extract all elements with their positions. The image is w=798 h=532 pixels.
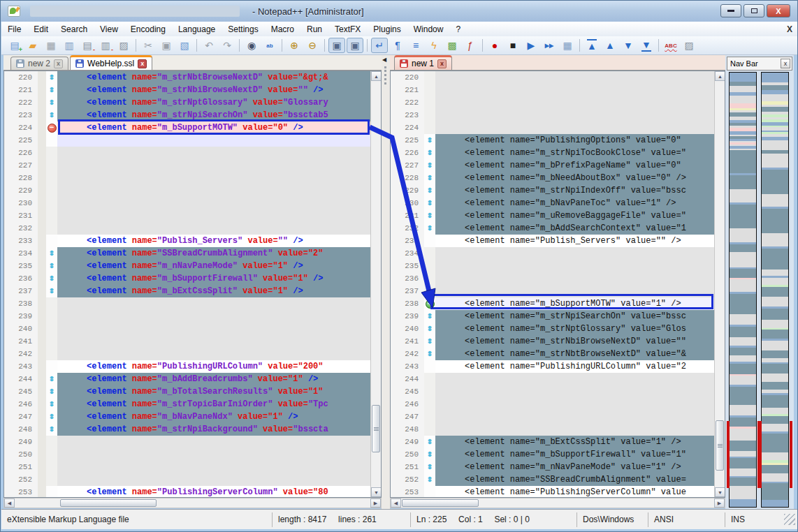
macro-save-icon[interactable]: ▦ [559,38,576,53]
menu-item-file[interactable]: File [1,23,27,36]
line-text[interactable]: <element name="PublishingURLColumn" valu… [435,360,725,373]
line-text[interactable]: <element name="m_bSupportFirewall" value… [435,448,725,461]
bookmark-margin[interactable] [38,448,46,461]
close-icon[interactable]: ▤- [79,38,96,53]
line-text[interactable] [435,285,725,297]
save-all-icon[interactable]: ▥ [61,38,78,53]
line-text[interactable]: <element name="Publish_Servers" value=""… [57,235,381,247]
bookmark-margin[interactable] [38,473,46,486]
line-text[interactable]: <element name="m_strTopicBarIniOrder" va… [57,398,381,411]
menu-item-edit[interactable]: Edit [27,23,55,36]
line-text[interactable] [57,473,381,486]
line-text[interactable] [57,134,381,147]
line-text[interactable]: <element name="m_bPrefixPageName" value=… [435,159,725,172]
line-text[interactable]: <element name="m_bNeedAboutBox" value="0… [435,172,725,184]
line-text[interactable] [57,348,381,360]
bookmark-margin[interactable] [38,159,46,172]
undo-icon[interactable]: ↶ [201,38,217,53]
line-text[interactable]: <element name="m_bAddSearchContext" valu… [435,222,725,235]
menu-item-macro[interactable]: Macro [265,23,300,36]
line-text[interactable]: <element name="m_bNavPaneNdx" value="1" … [57,411,381,423]
close-all-icon[interactable]: ▥- [97,38,114,53]
cut-icon[interactable]: ✂ [140,38,157,53]
open-folder-icon[interactable]: ▰ [24,38,41,53]
bookmark-margin[interactable] [38,285,46,297]
right-horizontal-scrollbar[interactable]: ◀ ▶ [390,498,725,508]
scroll-right-icon[interactable]: ▶ [370,498,381,508]
bookmark-margin[interactable] [38,96,46,109]
line-text[interactable] [57,461,381,473]
bookmark-margin[interactable] [38,222,46,235]
bookmark-margin[interactable] [38,385,46,398]
bookmark-margin[interactable] [38,247,46,260]
bookmark-margin[interactable] [38,486,46,498]
line-text[interactable]: <element name="m_nNavPaneMode" value="1"… [57,260,381,272]
line-text[interactable] [57,209,381,222]
line-text[interactable] [57,335,381,348]
new-file-icon[interactable]: ▤+ [6,38,23,53]
line-text[interactable]: <element name="m_bExtCssSplit" value="1"… [57,285,381,297]
bookmark-margin[interactable] [38,335,46,348]
line-text[interactable]: <element name="m_strNptGlossary" value="… [435,323,725,335]
line-text[interactable]: <element name="m_strNpiSearchOn" value="… [57,109,381,121]
menu-item-search[interactable]: Search [55,23,94,36]
bookmark-margin[interactable] [38,260,46,272]
pane-splitter[interactable]: ◀ [382,55,390,509]
replace-icon[interactable]: ab [261,38,278,53]
line-text[interactable] [435,385,725,398]
line-text[interactable]: <element name="PublishingServerColumn" v… [57,486,381,498]
line-text[interactable]: <element name="SSBreadCrumbAlignment" va… [57,247,381,260]
menu-item-textfx[interactable]: TextFX [328,23,367,36]
line-text[interactable]: <element name="m_strNpiTocBookClose" val… [435,147,725,159]
menu-item-encoding[interactable]: Encoding [124,23,172,36]
zoom-in-icon[interactable]: ⊕ [286,38,303,53]
right-editor[interactable]: 220221222223224225⇕<element name="Publis… [390,71,725,498]
tab-close-icon[interactable]: x [138,59,147,68]
resize-grip[interactable] [784,514,795,525]
left-vscroll-thumb[interactable] [372,405,380,452]
line-text[interactable]: <element name="m_strNpiIndexOff" value="… [435,184,725,197]
bookmark-margin[interactable] [38,134,46,147]
scroll-up-icon[interactable]: ▲ [715,71,725,81]
line-text[interactable] [435,247,725,260]
tab-new-2[interactable]: new 2x [10,57,68,70]
line-text[interactable]: <element name="m_nNavPaneMode" value="1"… [435,461,725,473]
bookmark-margin[interactable] [38,411,46,423]
save-icon[interactable]: ▦ [43,38,59,53]
left-editor[interactable]: 220⇕<element name="m_strNbtBrowseNextD" … [3,71,382,498]
minimize-button[interactable] [720,4,741,17]
line-text[interactable]: <element name="PublishingOptions" value=… [435,134,725,147]
line-text[interactable] [57,184,381,197]
line-text[interactable]: <element name="m_bTotalSearchResults" va… [57,385,381,398]
bookmark-margin[interactable] [38,197,46,209]
bookmark-margin[interactable] [38,84,46,96]
line-text[interactable]: <element name="m_strNbtBrowseNextD" valu… [57,71,381,84]
line-text[interactable]: <element name="m_strNbtBrowseNextD" valu… [435,348,725,360]
function-list-icon[interactable]: ƒ [462,38,479,53]
maximize-button[interactable] [743,4,764,17]
scroll-up-icon[interactable]: ▲ [371,71,382,81]
line-text[interactable] [57,172,381,184]
line-text[interactable] [57,448,381,461]
bookmark-margin[interactable] [38,310,46,323]
macro-play-icon[interactable]: ▶ [523,38,539,53]
left-horizontal-scrollbar[interactable]: ◀ ▶ [3,498,382,508]
line-text[interactable]: <element name="SSBreadCrumbAlignment" va… [435,473,725,486]
line-text[interactable]: <element name="m_bExtCssSplit" value="1"… [435,436,725,448]
menu-item-language[interactable]: Language [172,23,222,36]
line-text[interactable] [435,96,725,109]
spell-check-icon[interactable]: ABC [662,38,679,53]
line-text[interactable] [435,260,725,272]
line-text[interactable] [57,197,381,209]
find-icon[interactable]: ◉ [243,38,260,53]
bookmark-margin[interactable] [38,71,46,84]
copy-icon[interactable]: ▣ [158,38,175,53]
bookmark-margin[interactable] [38,461,46,473]
macro-stop-icon[interactable]: ■ [505,38,521,53]
navbar-right-strip[interactable] [761,72,789,508]
menu-item-plugins[interactable]: Plugins [367,23,407,36]
scroll-down-icon[interactable]: ▼ [371,487,382,497]
child-close-icon[interactable]: X [787,24,792,34]
right-hscroll-thumb[interactable] [402,499,479,507]
bookmark-margin[interactable] [38,436,46,448]
